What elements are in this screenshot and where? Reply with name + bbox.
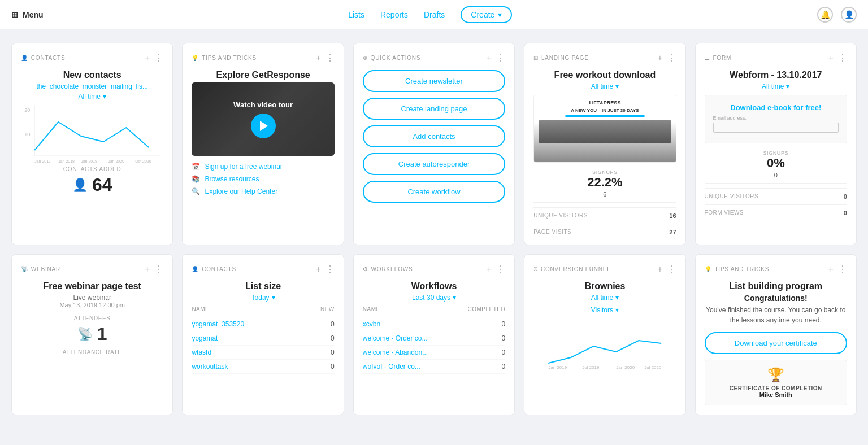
help-center-link[interactable]: 🔍 Explore our Help Center [192,187,334,195]
funnel-icon: ⧖ [533,266,538,273]
funnel-card-actions: + ⋮ [657,264,676,274]
workflow-name-3[interactable]: welcome - Abandon... [363,348,428,356]
more-options-icon[interactable]: ⋮ [154,264,163,274]
list-name-2[interactable]: yogamat [192,334,218,342]
webinar-card-actions: + ⋮ [145,264,163,274]
add-widget-icon[interactable]: + [487,264,492,274]
add-widget-icon[interactable]: + [657,264,662,274]
svg-text:Jan 2019: Jan 2019 [548,365,567,369]
create-label: Create [471,10,494,19]
list-name-1[interactable]: yogamat_353520 [192,320,244,328]
menu-label: Menu [23,10,44,19]
webinar-link[interactable]: 📅 Sign up for a free webinar [192,163,334,171]
add-person-icon: 👤 [72,178,88,193]
add-widget-icon[interactable]: + [828,53,834,63]
nav-drafts[interactable]: Drafts [424,10,445,19]
workflows-title: Workflows [363,281,505,291]
funnel-visitors-dropdown[interactable]: Visitors ▾ [533,306,676,314]
more-options-icon[interactable]: ⋮ [326,264,335,274]
create-workflow-button[interactable]: Create workflow [363,181,505,203]
funnel-title: Brownies [533,281,676,291]
more-options-icon[interactable]: ⋮ [838,53,847,63]
list-size-title: List size [192,281,334,291]
list-size-card-header: 👤 CONTACTS + ⋮ [192,264,334,274]
svg-text:Jan 2019: Jan 2019 [81,159,97,163]
funnel-all-time-dropdown[interactable]: All time ▾ [533,294,676,302]
lp-all-time-dropdown[interactable]: All time ▾ [533,82,676,90]
form-signups: SIGNUPS 0% 0 [705,150,847,178]
tips-card: 💡 TIPS AND TRICKS + ⋮ Explore GetRespons… [182,43,344,245]
landing-page-card-header: ⊞ LANDING PAGE + ⋮ [533,53,676,63]
list-name-3[interactable]: wtasfd [192,348,211,356]
more-options-icon[interactable]: ⋮ [154,53,163,63]
quick-actions-card-header: ⊕ QUICK ACTIONS + ⋮ [363,53,505,63]
video-thumbnail[interactable]: Watch video tour [192,82,334,156]
list-val-4: 0 [331,363,335,370]
attendance-rate-label: ATTENDANCE RATE [21,349,163,355]
add-widget-icon[interactable]: + [145,53,150,63]
add-widget-icon[interactable]: + [657,53,662,63]
add-widget-icon[interactable]: + [315,53,320,63]
more-options-icon[interactable]: ⋮ [667,53,676,63]
workflow-row: welcome - Order co... 0 [363,331,505,346]
workflow-name-1[interactable]: xcvbn [363,320,380,328]
menu-button[interactable]: ⊞ Menu [11,10,44,19]
list-size-today-dropdown[interactable]: Today ▾ [192,294,334,302]
more-options-icon[interactable]: ⋮ [838,264,847,274]
svg-text:Oct 2020: Oct 2020 [135,159,151,163]
form-all-time-dropdown[interactable]: All time ▾ [705,82,847,90]
list-name-4[interactable]: workouttask [192,363,228,370]
form-views: FORM VIEWS 0 [705,204,847,216]
contacts-count-row: 👤 64 [21,174,163,195]
add-widget-icon[interactable]: + [145,264,150,274]
play-button[interactable] [251,114,276,138]
nav-reports[interactable]: Reports [380,10,408,19]
create-landing-page-button[interactable]: Create landing page [363,98,505,120]
download-certificate-button[interactable]: Download your certificate [705,332,847,354]
lp-page-visits: PAGE VISITS 27 [533,224,676,235]
workflows-table-header: NAME COMPLETED [363,306,505,315]
contacts-label: 👤 CONTACTS [21,55,65,61]
add-widget-icon[interactable]: + [315,264,320,274]
add-contacts-button[interactable]: Add contacts [363,125,505,147]
landing-page-title: Free workout download [533,70,676,80]
svg-text:Jan 2018: Jan 2018 [58,159,75,163]
notification-icon[interactable]: 🔔 [817,7,833,23]
all-time-dropdown[interactable]: All time ▾ [21,93,163,101]
create-newsletter-button[interactable]: Create newsletter [363,70,505,92]
contacts-list-link[interactable]: the_chocolate_monster_mailing_lis... [21,82,163,90]
more-options-icon[interactable]: ⋮ [496,53,505,63]
list-size-card-actions: + ⋮ [315,264,334,274]
video-overlay: Watch video tour [192,82,334,156]
webinar-label: 📡 WEBINAR [21,266,60,272]
funnel-chart: Jan 2019 Jul 2019 Jan 2020 Jul 2020 [533,324,676,369]
form-title: Webform - 13.10.2017 [705,70,847,80]
resources-link[interactable]: 📚 Browse resources [192,175,334,183]
more-options-icon[interactable]: ⋮ [667,264,676,274]
list-row: yogamat 0 [192,331,334,346]
landing-page-card-actions: + ⋮ [657,53,676,63]
contacts-card-actions: + ⋮ [145,53,163,63]
workflows-period-dropdown[interactable]: Last 30 days ▾ [363,294,505,302]
landing-page-label: ⊞ LANDING PAGE [533,55,589,61]
contacts-added-label: CONTACTS ADDED [21,166,163,172]
form-label: ☰ FORM [705,55,731,61]
dashboard-grid: 👤 CONTACTS + ⋮ New contacts the_chocolat… [0,29,868,429]
more-options-icon[interactable]: ⋮ [496,264,505,274]
contacts-icon: 👤 [192,266,199,272]
add-widget-icon[interactable]: + [487,53,492,63]
user-icon[interactable]: 👤 [841,7,857,23]
quick-actions-label: ⊕ QUICK ACTIONS [363,55,421,61]
workflow-name-2[interactable]: welcome - Order co... [363,334,428,342]
email-input-preview [713,123,839,133]
contacts-count: 64 [92,174,112,195]
nav-lists[interactable]: Lists [348,10,364,19]
workflow-name-4[interactable]: wofvof - Order co... [363,363,420,370]
create-button[interactable]: Create ▾ [461,6,512,23]
add-widget-icon[interactable]: + [828,264,834,274]
create-autoresponder-button[interactable]: Create autoresponder [363,153,505,175]
quick-actions-card: ⊕ QUICK ACTIONS + ⋮ Create newsletter Cr… [353,43,515,245]
lightbulb-icon: 💡 [705,266,712,272]
cert-name: Mike Smith [712,391,840,398]
more-options-icon[interactable]: ⋮ [326,53,335,63]
